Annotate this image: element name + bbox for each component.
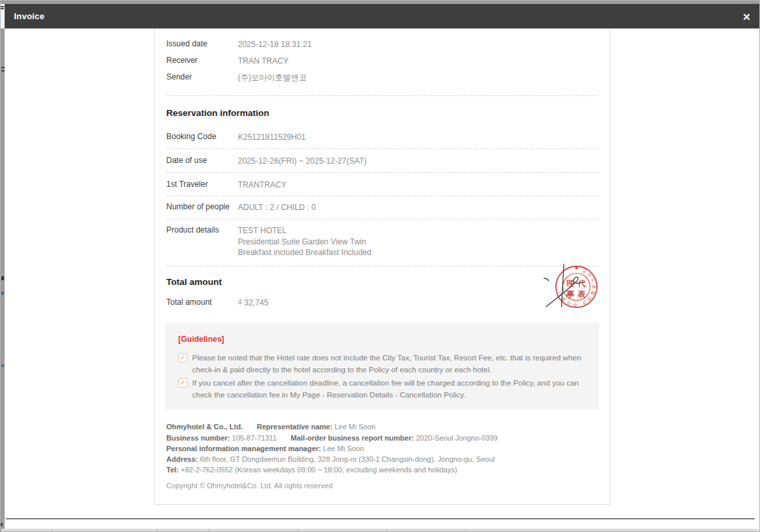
invoice-modal-page: Invoice ✕ Issued date 2025-12-18 18:31:2… xyxy=(0,0,760,532)
number-of-people-value: ADULT : 2 / CHILD : 0 xyxy=(238,202,316,213)
separator xyxy=(166,219,598,219)
product-details-value: TEST HOTEL Presidential Suite Garden Vie… xyxy=(238,225,371,258)
check-icon: ✓ xyxy=(178,378,188,388)
backdrop-text-fragment xyxy=(1,8,4,9)
business-number-label: Business number: xyxy=(166,434,230,442)
product-hotel-name: TEST HOTEL xyxy=(238,226,287,235)
business-number-value: 105-87-71311 xyxy=(232,434,277,442)
separator xyxy=(166,195,598,196)
footer-company-line: Ohmyhotel & Co., Ltd. Representative nam… xyxy=(166,421,598,432)
total-amount-row: Total amount ₫ 32,745 xyxy=(166,297,598,309)
backdrop-link-fragment xyxy=(1,364,4,367)
backdrop-table-divider xyxy=(52,529,52,532)
address-label: Address: xyxy=(166,455,198,463)
corporate-seal: ★ 오 마 이 호 텔 앤 코 · 주 식 회 사 理 代 事 表 xyxy=(538,261,612,315)
sender-value: (주)오마이호텔앤코 xyxy=(238,72,307,83)
seal-graphic: ★ 오 마 이 호 텔 앤 코 · 주 식 회 사 理 代 事 表 xyxy=(538,261,612,315)
separator xyxy=(166,95,598,96)
product-details-row: Product details TEST HOTEL Presidential … xyxy=(166,225,598,258)
backdrop-fragment xyxy=(1,523,3,526)
first-traveler-row: 1st Traveler TRANTRACY xyxy=(166,180,598,191)
modal-header: Invoice ✕ xyxy=(5,4,759,28)
company-name: Ohmyhotel & Co., Ltd. xyxy=(166,423,243,431)
backdrop-table-divider xyxy=(465,529,466,532)
footer-business-line: Business number: 105-87-71311 Mail-order… xyxy=(166,433,598,443)
product-meal-plan: Breakfast included Breakfast Included xyxy=(238,248,371,257)
seal-center-char: 表 xyxy=(577,290,586,299)
receiver-label: Receiver xyxy=(166,56,238,65)
date-of-use-value: 2025-12-26(FRI) ~ 2025-12-27(SAT) xyxy=(238,156,366,167)
guideline-item: ✓ If you cancel after the cancellation d… xyxy=(178,377,588,401)
backdrop-bottom-strip xyxy=(1,529,759,532)
booking-code-label: Booking Code xyxy=(166,132,238,141)
number-of-people-label: Number of people xyxy=(166,202,238,211)
mail-order-label: Mail-order business report number: xyxy=(291,434,414,442)
backdrop-text-fragment xyxy=(1,276,4,280)
backdrop-link-fragment xyxy=(1,292,4,295)
backdrop-table-divider xyxy=(386,529,387,532)
separator xyxy=(166,172,598,173)
product-room-type: Presidential Suite Garden View Twin xyxy=(238,237,366,246)
separator xyxy=(166,148,598,149)
issued-date-value: 2025-12-18 18:31:21 xyxy=(238,39,311,50)
separator xyxy=(166,266,598,266)
issued-date-label: Issued date xyxy=(166,39,238,48)
footer-tel-line: Tel: +82-2-762-0552 (Korean weekdays 09:… xyxy=(166,464,598,475)
backdrop-left-strip xyxy=(1,28,5,532)
representative-value: Lee Mi Soon xyxy=(335,423,376,431)
backdrop-table-divider xyxy=(157,529,158,532)
guideline-item: ✓ Please be noted that the Hotel rate do… xyxy=(178,352,588,376)
seal-star-icon: ★ xyxy=(574,265,578,271)
check-icon: ✓ xyxy=(178,353,188,362)
backdrop-text-fragment xyxy=(1,67,5,68)
tel-label: Tel: xyxy=(166,466,179,474)
total-amount-label: Total amount xyxy=(166,297,238,307)
receiver-value: TRAN TRACY xyxy=(238,56,288,67)
address-value: 6th floor, GT Dongdaemun Building, 328 J… xyxy=(200,455,495,463)
backdrop-text-fragment xyxy=(1,6,4,7)
total-amount-value: ₫ 32,745 xyxy=(238,297,268,309)
privacy-manager-value: Lee Mi Soon xyxy=(323,445,364,452)
number-of-people-row: Number of people ADULT : 2 / CHILD : 0 xyxy=(166,202,598,213)
guideline-text: If you cancel after the cancellation dea… xyxy=(192,377,588,401)
guidelines-title: [Guidelines] xyxy=(178,335,224,344)
guideline-text: Please be noted that the Hotel rate does… xyxy=(192,352,588,376)
date-of-use-label: Date of use xyxy=(166,156,238,165)
reservation-section-title: Reservation information xyxy=(166,108,269,118)
representative-label: Representative name: xyxy=(257,423,333,431)
backdrop-table-divider xyxy=(209,529,209,532)
seal-center-char: 事 xyxy=(566,290,574,299)
issued-date-row: Issued date 2025-12-18 18:31:21 xyxy=(166,39,598,50)
first-traveler-label: 1st Traveler xyxy=(166,180,238,189)
footer-address-line: Address: 6th floor, GT Dongdaemun Buildi… xyxy=(166,454,598,464)
tel-value: +82-2-762-0552 (Korean weekdays 09:00 ~ … xyxy=(181,466,457,474)
privacy-manager-label: Personal information management manager: xyxy=(166,445,321,452)
invoice-panel: Issued date 2025-12-18 18:31:21 Receiver… xyxy=(154,28,610,505)
modal-bottom-edge xyxy=(6,518,755,519)
first-traveler-value: TRANTRACY xyxy=(238,180,286,191)
mail-order-value: 2020-Seoul Jongno-0399 xyxy=(416,434,498,442)
backdrop-text-fragment xyxy=(1,70,5,72)
copyright-text: Copyright © Ohmyhotel&Co. Ltd. All right… xyxy=(166,482,333,490)
date-of-use-row: Date of use 2025-12-26(FRI) ~ 2025-12-27… xyxy=(166,156,598,167)
modal-title: Invoice xyxy=(14,11,44,21)
booking-code-value: K25121811529H01 xyxy=(238,132,306,143)
footer-privacy-line: Personal information management manager:… xyxy=(166,443,598,454)
booking-code-row: Booking Code K25121811529H01 xyxy=(166,132,598,143)
close-icon[interactable]: ✕ xyxy=(742,11,751,21)
product-details-label: Product details xyxy=(166,225,238,235)
sender-row: Sender (주)오마이호텔앤코 xyxy=(166,72,598,83)
total-section-title: Total amount xyxy=(166,277,222,287)
guidelines-box: [Guidelines] ✓ Please be noted that the … xyxy=(166,323,599,409)
receiver-row: Receiver TRAN TRACY xyxy=(166,56,598,67)
sender-label: Sender xyxy=(166,72,238,81)
backdrop-table-divider xyxy=(298,529,298,532)
